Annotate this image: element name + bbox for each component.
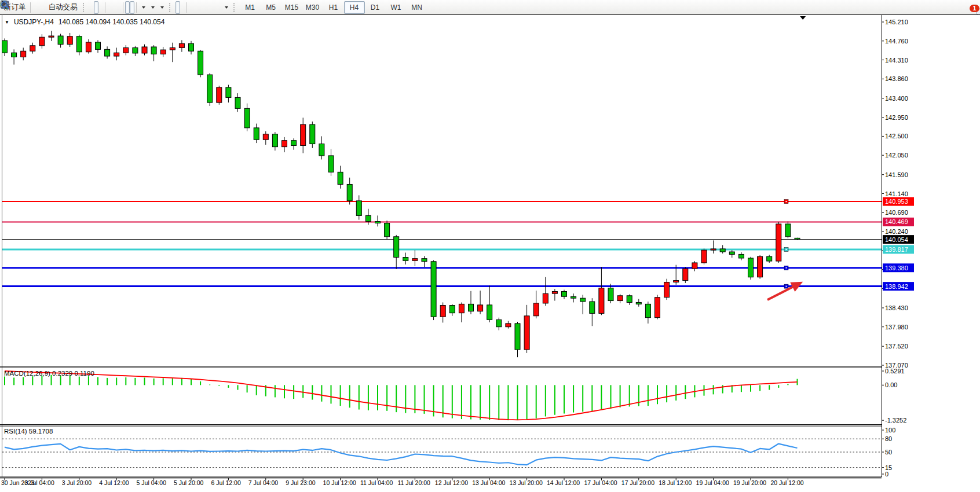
mt4-window: 新订单 [0, 0, 980, 492]
candle [21, 51, 26, 57]
candle [338, 172, 343, 184]
candle [356, 201, 361, 215]
candle [692, 263, 697, 269]
price-tick-label: 143.400 [885, 95, 908, 102]
line-chart-button[interactable] [98, 1, 103, 14]
zoom-out-button[interactable] [112, 1, 116, 14]
equidistant-channel-button[interactable]: E [203, 1, 207, 14]
candle [552, 292, 557, 294]
candle [459, 304, 464, 313]
crosshair-button[interactable] [180, 1, 185, 14]
trendline-button[interactable] [198, 1, 203, 14]
periods-dropdown-arrow [151, 6, 155, 9]
candle [301, 124, 306, 145]
candle [12, 53, 17, 57]
candle [123, 47, 129, 53]
chart-shift-button[interactable] [130, 1, 134, 14]
candle [440, 306, 445, 317]
candle [347, 184, 352, 200]
mql5-community-button[interactable] [32, 1, 37, 14]
auto-scroll-button[interactable] [125, 1, 130, 14]
candle [515, 324, 520, 350]
candle [506, 324, 511, 327]
price-tick-label: 140.690 [885, 209, 908, 216]
candle [319, 144, 324, 156]
candle [533, 303, 539, 316]
candle [272, 134, 277, 147]
timeframe-M30[interactable]: M30 [302, 1, 323, 14]
vertical-line-button[interactable] [189, 1, 193, 14]
templates-button[interactable] [157, 1, 166, 14]
candle [543, 293, 548, 303]
time-axis-label: 17 Jul 04:00 [584, 479, 617, 486]
toolbar-separator [105, 2, 105, 13]
chart-canvas[interactable]: 145.210144.760144.310143.860143.400142.9… [0, 14, 980, 492]
candle [487, 305, 492, 320]
candle [254, 128, 259, 139]
candle [571, 296, 576, 298]
timeframe-M5[interactable]: M5 [261, 1, 281, 14]
cursor-button[interactable] [175, 1, 180, 14]
candle [795, 238, 800, 239]
time-axis-label: 3 Jul 20:00 [62, 479, 92, 486]
toolbar-grip [169, 3, 173, 12]
fibonacci-button[interactable]: F [207, 1, 212, 14]
time-axis-label: 5 Jul 20:00 [174, 479, 204, 486]
candle [562, 292, 567, 297]
signals-button[interactable] [42, 1, 46, 14]
candle [431, 262, 436, 317]
candlestick-chart-button[interactable] [94, 1, 98, 14]
time-axis-label: 19 Jul 04:00 [696, 479, 729, 486]
candle [179, 43, 184, 47]
timeframe-H4[interactable]: H4 [344, 1, 365, 14]
periods-button[interactable] [148, 1, 157, 14]
search-icon[interactable] [0, 0, 10, 10]
horizontal-line-button[interactable] [193, 1, 198, 14]
price-tick-label: 143.860 [885, 75, 908, 82]
tile-windows-button[interactable] [116, 1, 121, 14]
bar-chart-button[interactable] [89, 1, 94, 14]
rsi-indicator-label: RSI(14) 59.1708 [4, 428, 53, 435]
svg-text:140.953: 140.953 [885, 198, 908, 205]
candle [76, 36, 82, 52]
candle [496, 320, 502, 326]
toolbar-separator [136, 2, 137, 13]
rsi-tick-label: 80 [885, 435, 892, 442]
auto-trading-button[interactable]: 自动交易 [46, 1, 80, 14]
candle [422, 259, 427, 262]
candle [767, 256, 772, 261]
candle [207, 75, 213, 102]
candle [524, 316, 529, 350]
text-label-button[interactable]: T [217, 1, 221, 14]
arrows-button[interactable] [221, 1, 231, 14]
timeframe-H1[interactable]: H1 [323, 1, 344, 14]
candle [590, 302, 595, 313]
auto-trading-label: 自动交易 [49, 2, 78, 12]
candle [226, 87, 231, 97]
timeframe-W1[interactable]: W1 [386, 1, 407, 14]
svg-text:139.817: 139.817 [885, 246, 908, 253]
candle [160, 50, 166, 54]
candle [394, 237, 399, 258]
candle [748, 258, 754, 277]
toolbar: 新订单 [0, 0, 980, 15]
candle [711, 249, 716, 250]
text-button[interactable]: A [212, 1, 217, 14]
toolbar-separator [187, 2, 187, 13]
notification-badge: 1 [970, 5, 979, 12]
price-tick-label: 144.310 [885, 57, 908, 64]
timeframe-MN[interactable]: MN [407, 1, 427, 14]
price-tick-label: 142.050 [885, 152, 908, 159]
one-click-collapse-icon[interactable]: ▼ [5, 20, 9, 25]
indicators-button[interactable] [138, 1, 148, 14]
timeframe-D1[interactable]: D1 [365, 1, 386, 14]
svg-text:140.054: 140.054 [885, 236, 908, 243]
macd-tick-label: -1.3252 [885, 417, 906, 424]
rsi-tick-label: 100 [885, 427, 895, 434]
market-profile-button[interactable] [37, 1, 42, 14]
candle [96, 42, 101, 49]
zoom-in-button[interactable] [107, 1, 112, 14]
timeframe-M15[interactable]: M15 [281, 1, 302, 14]
time-axis-label: 3 Jul 04:00 [24, 479, 54, 486]
timeframe-M1[interactable]: M1 [240, 1, 261, 14]
